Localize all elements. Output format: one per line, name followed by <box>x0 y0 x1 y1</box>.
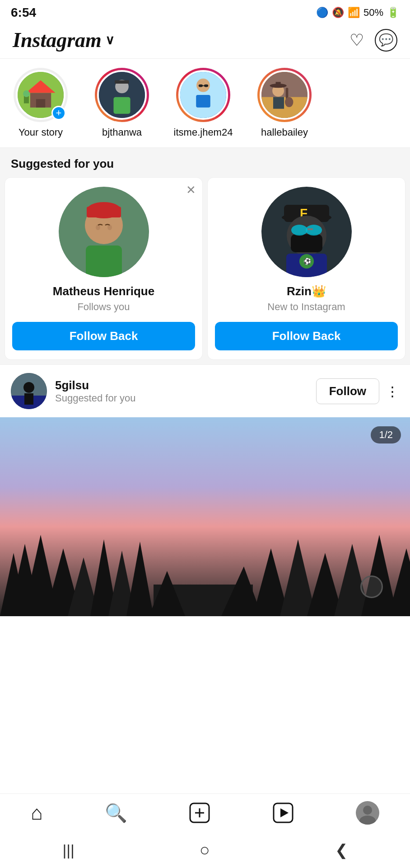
bottom-nav: ⌂ 🔍 <box>0 793 410 832</box>
svg-rect-46 <box>24 393 33 405</box>
svg-rect-8 <box>113 97 130 114</box>
svg-rect-3 <box>36 99 45 108</box>
svg-rect-14 <box>204 85 208 87</box>
suggest-sub-rzin: New to Instagram <box>267 301 345 313</box>
svg-point-28 <box>96 225 100 230</box>
svg-rect-13 <box>199 85 203 87</box>
svg-rect-17 <box>261 97 308 118</box>
post-counter: 1/2 <box>371 426 401 443</box>
svg-point-29 <box>107 225 112 230</box>
follow-back-button-matheus[interactable]: Follow Back <box>12 322 195 350</box>
story-item-hallebailey[interactable]: hallebailey <box>244 68 325 138</box>
battery-icon: 🔋 <box>387 7 399 19</box>
story-ring <box>176 68 230 122</box>
suggest-sub-matheus: Follows you <box>77 301 130 313</box>
instagram-logo[interactable]: Instagram ∨ <box>13 28 115 52</box>
home-nav-icon[interactable]: ⌂ <box>31 802 43 824</box>
story-avatar <box>178 70 228 120</box>
stories-section: + Your story bjthanwa <box>0 59 410 148</box>
svg-marker-54 <box>126 542 154 616</box>
user-actions-5gilsu: Follow ⋮ <box>316 378 399 404</box>
svg-rect-39 <box>308 228 313 230</box>
tree-silhouette <box>0 517 410 616</box>
svg-marker-60 <box>388 548 410 616</box>
story-item-bjthanwa[interactable]: bjthanwa <box>81 68 163 138</box>
suggested-cards: ✕ Matheus Henrique Follows you Follow <box>0 177 410 364</box>
svg-rect-12 <box>196 95 210 108</box>
story-avatar-wrapper <box>257 68 312 122</box>
recent-apps-icon[interactable]: ||| <box>62 841 75 859</box>
svg-point-5 <box>23 90 30 97</box>
svg-rect-36 <box>291 234 322 252</box>
suggest-avatar-rzin[interactable]: F ⚽ <box>261 187 352 277</box>
story-avatar-wrapper <box>95 68 149 122</box>
story-avatar <box>97 70 147 120</box>
more-options-icon[interactable]: ⋮ <box>386 383 399 399</box>
user-sub-5gilsu: Suggested for you <box>55 392 316 404</box>
battery-text: 50% <box>363 7 383 19</box>
username-5gilsu: 5gilsu <box>55 378 316 392</box>
story-username: bjthanwa <box>102 127 142 138</box>
svg-point-37 <box>291 225 308 236</box>
user-avatar-5gilsu[interactable] <box>11 373 47 409</box>
story-item-itsme[interactable]: itsme.jhem24 <box>163 68 244 138</box>
svg-rect-30 <box>86 245 122 277</box>
suggest-name-rzin: Rzin👑 <box>287 284 326 298</box>
suggested-user-row: 5gilsu Suggested for you Follow ⋮ <box>0 364 410 417</box>
user-info-5gilsu: 5gilsu Suggested for you <box>55 378 316 404</box>
close-icon[interactable]: ✕ <box>186 183 196 197</box>
bluetooth-icon: 🔵 <box>316 7 328 19</box>
story-ring <box>257 68 312 122</box>
story-item-your-story[interactable]: + Your story <box>0 68 81 138</box>
reels-nav-icon[interactable] <box>272 802 294 824</box>
story-ring <box>95 68 149 122</box>
status-bar: 6:54 🔵 🔕 📶 50% 🔋 <box>0 0 410 24</box>
messenger-icon[interactable]: 💬 <box>375 29 397 52</box>
svg-rect-27 <box>87 207 121 217</box>
suggested-label: Suggested for you <box>0 148 410 177</box>
sys-nav: ||| ○ ❮ <box>0 832 410 868</box>
search-nav-icon[interactable]: 🔍 <box>105 802 127 824</box>
story-username: itsme.jhem24 <box>174 127 233 138</box>
story-username: Your story <box>19 127 63 138</box>
story-avatar-wrapper: + <box>14 68 68 122</box>
story-avatar-wrapper <box>176 68 230 122</box>
mute-icon: 🔕 <box>332 7 344 19</box>
profile-nav-icon[interactable] <box>356 801 379 825</box>
home-system-icon[interactable]: ○ <box>200 840 210 860</box>
suggest-name-matheus: Matheus Henrique <box>53 284 154 298</box>
svg-rect-19 <box>273 97 284 109</box>
suggest-card-rzin: F ⚽ Rzin👑 New to Instagram Follow Back <box>207 177 405 360</box>
heart-icon[interactable]: ♡ <box>349 31 364 50</box>
logo-text: Instagram <box>13 28 102 52</box>
suggest-card-matheus: ✕ Matheus Henrique Follows you Follow <box>5 177 203 360</box>
wifi-icon: 📶 <box>348 7 360 19</box>
status-time: 6:54 <box>11 5 36 20</box>
follow-button-5gilsu[interactable]: Follow <box>316 378 379 404</box>
suggest-avatar-matheus[interactable] <box>59 187 149 277</box>
follow-back-button-rzin[interactable]: Follow Back <box>215 322 398 350</box>
svg-rect-15 <box>203 85 204 86</box>
story-avatar <box>260 70 309 120</box>
svg-point-21 <box>285 97 294 107</box>
svg-point-45 <box>23 382 34 393</box>
header: Instagram ∨ ♡ 💬 <box>0 24 410 59</box>
svg-rect-9 <box>115 80 129 84</box>
back-icon[interactable]: ❮ <box>335 841 348 859</box>
svg-marker-68 <box>280 808 289 817</box>
status-icons: 🔵 🔕 📶 50% 🔋 <box>316 7 399 19</box>
add-story-icon[interactable]: + <box>51 106 66 120</box>
svg-rect-23 <box>276 82 281 86</box>
svg-text:⚽: ⚽ <box>303 258 312 265</box>
post-image: 1/2 <box>0 417 410 616</box>
story-username: hallebailey <box>261 127 308 138</box>
chevron-down-icon[interactable]: ∨ <box>105 33 115 47</box>
svg-point-70 <box>363 806 372 815</box>
header-icons: ♡ 💬 <box>349 29 397 52</box>
add-nav-icon[interactable] <box>189 802 210 824</box>
